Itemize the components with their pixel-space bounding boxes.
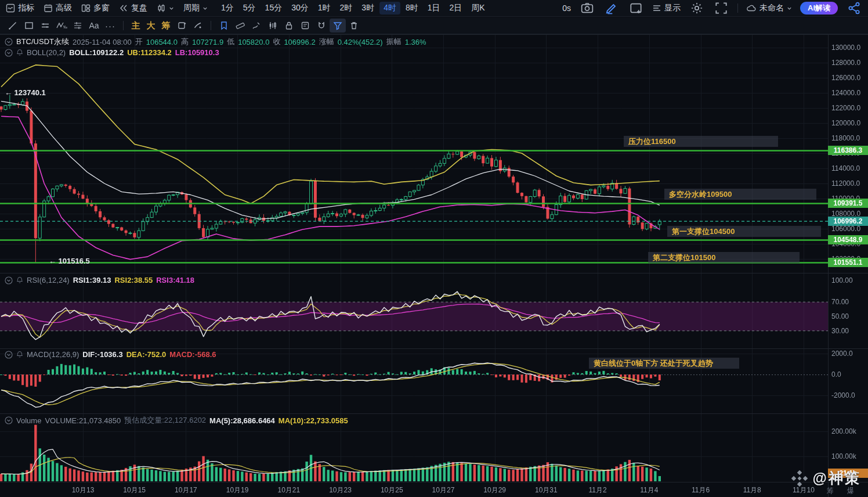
bar-datetime: 2025-11-04 08:00 <box>73 38 132 46</box>
timeframe-3时[interactable]: 3时 <box>357 2 378 15</box>
drawing-annotation[interactable]: 第二支撑位101500 <box>648 252 800 263</box>
price-level-badge: 116386.3 <box>828 146 868 155</box>
refresh-tool[interactable] <box>173 19 190 33</box>
timeframe-周K[interactable]: 周K <box>467 2 489 15</box>
boll-lower-value: LB:105910.3 <box>175 48 219 57</box>
volume-value: VOLUME:21,073.4850 <box>45 416 121 425</box>
date-label: 10月31 <box>535 485 558 495</box>
watermark-sub: 筹 爆 <box>827 486 860 496</box>
settings-gear-icon[interactable] <box>689 1 705 15</box>
replay-timer[interactable]: 0s <box>562 3 571 13</box>
draw-mode-icon[interactable] <box>603 1 620 15</box>
note-tool[interactable] <box>297 19 313 33</box>
rectangle-tool[interactable] <box>21 19 37 33</box>
price-axis-tick: 130000.0 <box>831 44 860 52</box>
filter-tool[interactable] <box>330 19 346 33</box>
advanced-icon <box>44 3 53 13</box>
indicator-icon <box>6 3 15 13</box>
price-axis-tick: 112000.0 <box>831 179 860 188</box>
period-dropdown[interactable]: 周期 <box>183 3 208 13</box>
advanced-button[interactable]: 高级 <box>44 3 72 13</box>
symbol-name[interactable]: BTC/USDT永续 <box>16 37 69 47</box>
collapse-icon[interactable] <box>5 276 13 284</box>
brush-tool[interactable] <box>190 19 206 33</box>
add-panel-icon[interactable] <box>628 1 644 15</box>
replay-icon <box>119 3 128 13</box>
delete-tool[interactable] <box>346 19 362 33</box>
more-tools[interactable]: ··· <box>102 19 118 33</box>
fib-tool[interactable] <box>70 19 86 33</box>
macd-name: MACD(12,26,9) <box>27 350 79 359</box>
price-arrow-label: ← 123740.1 <box>5 88 46 97</box>
screenshot-icon[interactable] <box>579 1 595 15</box>
fullscreen-icon[interactable] <box>713 1 729 15</box>
rsi-name: RSI(6,12,24) <box>27 276 70 284</box>
timeframe-5分[interactable]: 5分 <box>239 2 260 15</box>
boll-legend: BOLL(20,2) BOLL:109122.2 UB:112334.2 LB:… <box>5 48 219 57</box>
candle-style-icon <box>157 3 166 13</box>
collapse-icon[interactable] <box>5 49 13 57</box>
change-label: 涨幅 <box>319 37 334 47</box>
layout-dropdown[interactable]: 未命名 <box>746 3 792 13</box>
rsi-axis-tick: 70.00 <box>831 298 849 306</box>
period-label: 周期 <box>183 3 200 13</box>
pencil-tool[interactable] <box>248 19 265 33</box>
volume-ma5: MA(5):28,686.6464 <box>209 416 275 425</box>
text-tool[interactable]: Aa <box>86 19 102 33</box>
date-label: 10月25 <box>381 485 403 495</box>
timeframe-15分[interactable]: 15分 <box>261 2 287 15</box>
chevron-down-icon <box>169 6 174 11</box>
macd-annotation[interactable]: 黄白线位于0轴下方 还处于死叉趋势 <box>589 358 739 369</box>
replay-button[interactable]: 复盘 <box>119 3 147 13</box>
parallel-lines-tool[interactable] <box>37 19 53 33</box>
main-chart-toggle[interactable]: 主 <box>128 20 143 31</box>
collapse-icon[interactable] <box>5 351 13 359</box>
drawing-annotation[interactable]: 多空分水岭109500 <box>664 189 816 200</box>
timeframe-1分[interactable]: 1分 <box>217 2 238 15</box>
display-menu[interactable]: 显示 <box>652 3 681 13</box>
last-price-badge: 106996.2 <box>828 217 868 226</box>
magnet-tool[interactable] <box>313 19 330 33</box>
timeframe-1时[interactable]: 1时 <box>314 2 335 15</box>
toolbar-right: 0s 显示 未命名 AI解读 <box>562 1 862 15</box>
indicator-label: 指标 <box>18 3 34 13</box>
volume-axis-tick: 100.00k <box>831 452 856 460</box>
indicator-button[interactable]: 指标 <box>6 3 34 13</box>
timeframe-8时[interactable]: 8时 <box>402 2 422 15</box>
multiwindow-button[interactable]: 多窗 <box>81 3 110 13</box>
alert-bell-icon[interactable] <box>16 49 23 56</box>
volume-ma10: MA(10):22,733.0585 <box>279 416 348 425</box>
list-icon <box>652 3 661 13</box>
boll-name: BOLL(20,2) <box>27 48 66 57</box>
timeframe-4时[interactable]: 4时 <box>379 2 400 15</box>
trendline-tool[interactable] <box>5 19 21 33</box>
timeframe-1日[interactable]: 1日 <box>424 2 444 15</box>
collapse-icon[interactable] <box>5 416 13 424</box>
share-icon[interactable] <box>846 1 862 15</box>
chart-style-button[interactable] <box>157 3 174 13</box>
volume-name: Volume <box>16 416 41 425</box>
timeframe-2日[interactable]: 2日 <box>446 2 466 15</box>
rsi1-value: RSI1:39.13 <box>73 276 111 284</box>
trading-app: 指标 高级 多窗 复盘 周期 1分5分15分30分1时2时3时4时8时1日2日周… <box>0 0 868 497</box>
drawing-annotation[interactable]: 压力位116500 <box>624 136 778 147</box>
layout-name: 未命名 <box>760 3 784 13</box>
price-axis-tick: 120000.0 <box>831 119 860 127</box>
chips-toggle[interactable]: 筹 <box>158 20 173 31</box>
collapse-icon[interactable] <box>5 38 13 46</box>
date-label: 10月23 <box>329 485 352 495</box>
bookmark-tool[interactable] <box>216 19 232 33</box>
alert-bell-icon[interactable] <box>16 276 23 284</box>
pattern-tool[interactable] <box>265 19 281 33</box>
multiwindow-label: 多窗 <box>93 3 110 13</box>
timeframe-2时[interactable]: 2时 <box>336 2 357 15</box>
ruler-tool[interactable] <box>232 19 248 33</box>
wave-tool[interactable]: ‰ <box>53 19 70 33</box>
large-view-toggle[interactable]: 大 <box>143 20 158 31</box>
alert-bell-icon[interactable] <box>16 351 23 358</box>
timeframe-30分[interactable]: 30分 <box>287 2 313 15</box>
lock-tool[interactable] <box>281 19 297 33</box>
rsi-axis-tick: 30.00 <box>831 327 849 335</box>
ai-analysis-button[interactable]: AI解读 <box>800 2 838 15</box>
drawing-annotation[interactable]: 第一支撑位104500 <box>667 226 821 237</box>
